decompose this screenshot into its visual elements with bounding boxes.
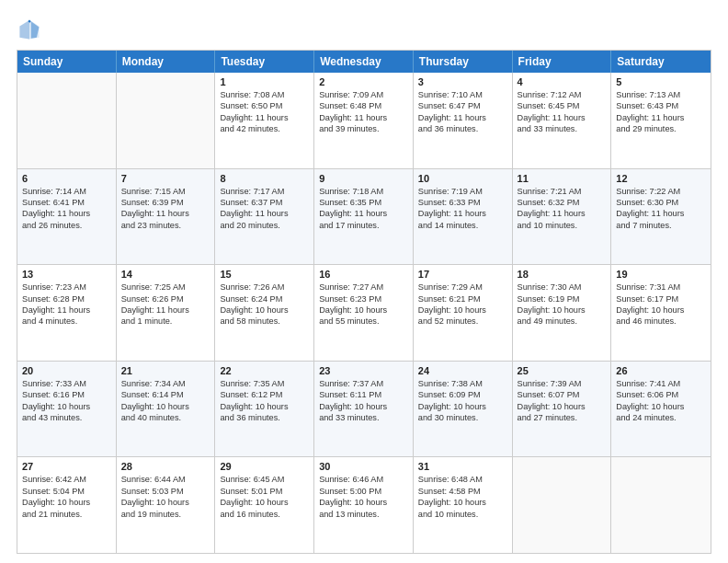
cell-info-line: Daylight: 11 hours xyxy=(616,112,706,123)
cell-info-line: Sunset: 5:04 PM xyxy=(22,486,111,497)
calendar-cell-24: 23Sunrise: 7:37 AMSunset: 6:11 PMDayligh… xyxy=(314,362,414,457)
cell-info-line: Sunrise: 7:14 AM xyxy=(22,186,111,197)
cell-info-line: Sunrise: 7:33 AM xyxy=(22,378,111,389)
calendar-row-4: 20Sunrise: 7:33 AMSunset: 6:16 PMDayligh… xyxy=(17,361,711,457)
calendar-cell-13: 12Sunrise: 7:22 AMSunset: 6:30 PMDayligh… xyxy=(611,169,711,265)
cell-info-line: Daylight: 10 hours xyxy=(319,304,408,316)
cell-info-line: Sunrise: 7:13 AM xyxy=(616,89,706,100)
cell-info-line: and 20 minutes. xyxy=(220,220,309,231)
cell-info-line: Daylight: 11 hours xyxy=(121,208,210,219)
cell-info-line: Sunset: 6:07 PM xyxy=(518,389,607,400)
cell-info-line: Daylight: 10 hours xyxy=(418,401,507,412)
weekday-header-friday: Friday xyxy=(513,51,612,73)
cell-info-line: and 58 minutes. xyxy=(220,316,309,327)
day-number: 16 xyxy=(319,269,408,280)
cell-info-line: Sunset: 4:58 PM xyxy=(418,486,507,497)
cell-info-line: and 10 minutes. xyxy=(418,509,507,520)
cell-info-line: Sunrise: 7:31 AM xyxy=(616,282,706,293)
calendar-cell-1 xyxy=(117,73,216,168)
calendar-cell-31: 30Sunrise: 6:46 AMSunset: 5:00 PMDayligh… xyxy=(314,457,414,553)
cell-info-line: and 49 minutes. xyxy=(518,316,607,327)
calendar-cell-10: 9Sunrise: 7:18 AMSunset: 6:35 PMDaylight… xyxy=(314,169,414,265)
cell-info-line: Sunset: 6:24 PM xyxy=(220,293,309,304)
logo xyxy=(17,17,46,42)
day-number: 25 xyxy=(518,365,607,376)
cell-info-line: and 33 minutes. xyxy=(518,123,607,134)
cell-info-line: and 17 minutes. xyxy=(319,220,408,231)
calendar: SundayMondayTuesdayWednesdayThursdayFrid… xyxy=(17,50,711,554)
weekday-header-saturday: Saturday xyxy=(611,51,711,73)
weekday-header-sunday: Sunday xyxy=(17,51,117,73)
cell-info-line: Sunset: 6:06 PM xyxy=(616,389,706,400)
calendar-cell-21: 20Sunrise: 7:33 AMSunset: 6:16 PMDayligh… xyxy=(17,362,117,457)
cell-info-line: Sunrise: 7:41 AM xyxy=(616,378,706,389)
cell-info-line: Sunrise: 7:39 AM xyxy=(518,378,607,389)
day-number: 27 xyxy=(22,461,111,472)
cell-info-line: Daylight: 11 hours xyxy=(518,208,607,219)
cell-info-line: Sunrise: 7:10 AM xyxy=(418,89,507,100)
day-number: 7 xyxy=(121,173,210,184)
calendar-cell-15: 14Sunrise: 7:25 AMSunset: 6:26 PMDayligh… xyxy=(117,265,216,361)
cell-info-line: Sunrise: 7:25 AM xyxy=(121,282,210,293)
cell-info-line: and 1 minute. xyxy=(121,316,210,327)
cell-info-line: Daylight: 11 hours xyxy=(121,304,210,316)
day-number: 6 xyxy=(22,173,111,184)
cell-info-line: Sunrise: 7:30 AM xyxy=(518,282,607,293)
cell-info-line: Sunrise: 7:23 AM xyxy=(22,282,111,293)
cell-info-line: Daylight: 10 hours xyxy=(518,401,607,412)
calendar-cell-11: 10Sunrise: 7:19 AMSunset: 6:33 PMDayligh… xyxy=(414,169,513,265)
calendar-cell-32: 31Sunrise: 6:48 AMSunset: 4:58 PMDayligh… xyxy=(414,457,513,553)
cell-info-line: and 13 minutes. xyxy=(319,509,408,520)
day-number: 8 xyxy=(220,173,309,184)
calendar-cell-19: 18Sunrise: 7:30 AMSunset: 6:19 PMDayligh… xyxy=(513,265,612,361)
header xyxy=(17,17,711,42)
day-number: 17 xyxy=(418,269,507,280)
cell-info-line: Daylight: 10 hours xyxy=(616,401,706,412)
calendar-cell-23: 22Sunrise: 7:35 AMSunset: 6:12 PMDayligh… xyxy=(215,362,314,457)
logo-icon xyxy=(17,17,42,42)
cell-info-line: Sunrise: 6:45 AM xyxy=(220,474,309,485)
cell-info-line: Sunrise: 7:17 AM xyxy=(220,186,309,197)
cell-info-line: Sunrise: 7:18 AM xyxy=(319,186,408,197)
cell-info-line: Sunrise: 7:35 AM xyxy=(220,378,309,389)
cell-info-line: Sunrise: 7:22 AM xyxy=(616,186,706,197)
calendar-cell-6: 5Sunrise: 7:13 AMSunset: 6:43 PMDaylight… xyxy=(611,73,711,168)
cell-info-line: Sunset: 5:03 PM xyxy=(121,486,210,497)
day-number: 3 xyxy=(418,76,507,87)
weekday-header-thursday: Thursday xyxy=(414,51,513,73)
calendar-cell-9: 8Sunrise: 7:17 AMSunset: 6:37 PMDaylight… xyxy=(215,169,314,265)
cell-info-line: Sunset: 6:33 PM xyxy=(418,197,507,208)
calendar-cell-7: 6Sunrise: 7:14 AMSunset: 6:41 PMDaylight… xyxy=(17,169,117,265)
svg-marker-4 xyxy=(20,21,30,39)
cell-info-line: and 27 minutes. xyxy=(518,412,607,423)
cell-info-line: and 23 minutes. xyxy=(121,220,210,231)
cell-info-line: Daylight: 11 hours xyxy=(418,112,507,123)
calendar-cell-22: 21Sunrise: 7:34 AMSunset: 6:14 PMDayligh… xyxy=(117,362,216,457)
cell-info-line: Daylight: 10 hours xyxy=(616,304,706,316)
cell-info-line: Sunset: 6:12 PM xyxy=(220,389,309,400)
day-number: 30 xyxy=(319,461,408,472)
cell-info-line: Daylight: 11 hours xyxy=(319,112,408,123)
cell-info-line: Sunrise: 7:19 AM xyxy=(418,186,507,197)
cell-info-line: Sunset: 6:32 PM xyxy=(518,197,607,208)
calendar-body: 1Sunrise: 7:08 AMSunset: 6:50 PMDaylight… xyxy=(17,73,711,553)
day-number: 31 xyxy=(418,461,507,472)
cell-info-line: Sunrise: 7:26 AM xyxy=(220,282,309,293)
calendar-cell-0 xyxy=(17,73,117,168)
cell-info-line: and 19 minutes. xyxy=(121,509,210,520)
calendar-cell-18: 17Sunrise: 7:29 AMSunset: 6:21 PMDayligh… xyxy=(414,265,513,361)
calendar-cell-4: 3Sunrise: 7:10 AMSunset: 6:47 PMDaylight… xyxy=(414,73,513,168)
cell-info-line: Sunset: 6:11 PM xyxy=(319,389,408,400)
day-number: 29 xyxy=(220,461,309,472)
calendar-cell-29: 28Sunrise: 6:44 AMSunset: 5:03 PMDayligh… xyxy=(117,457,216,553)
calendar-cell-8: 7Sunrise: 7:15 AMSunset: 6:39 PMDaylight… xyxy=(117,169,216,265)
cell-info-line: Sunset: 6:16 PM xyxy=(22,389,111,400)
cell-info-line: Daylight: 11 hours xyxy=(220,208,309,219)
cell-info-line: Daylight: 11 hours xyxy=(22,304,111,316)
cell-info-line: and 24 minutes. xyxy=(616,412,706,423)
cell-info-line: Sunrise: 7:21 AM xyxy=(518,186,607,197)
cell-info-line: Sunset: 6:26 PM xyxy=(121,293,210,304)
cell-info-line: Sunrise: 7:38 AM xyxy=(418,378,507,389)
cell-info-line: and 43 minutes. xyxy=(22,412,111,423)
cell-info-line: and 36 minutes. xyxy=(418,123,507,134)
